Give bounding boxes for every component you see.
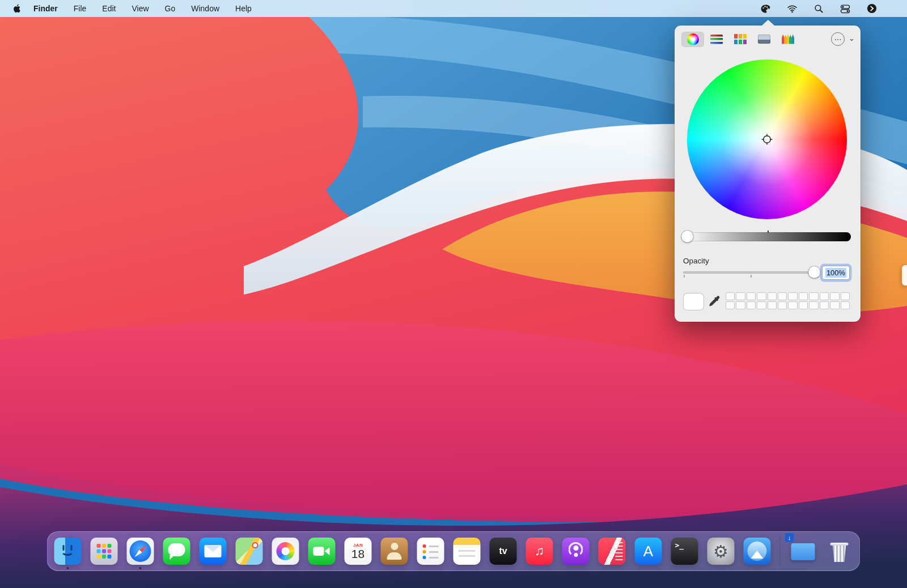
- dock-item-messages[interactable]: [163, 538, 190, 565]
- swatch-cell[interactable]: [757, 301, 766, 309]
- color-sliders-tab[interactable]: [705, 32, 728, 47]
- swatch-cell[interactable]: [830, 301, 839, 309]
- menu-item-view[interactable]: View: [132, 4, 149, 13]
- dock-item-news[interactable]: [599, 538, 626, 565]
- swatch-cell[interactable]: [747, 292, 756, 300]
- swatch-cell[interactable]: [757, 292, 766, 300]
- dock-item-system-preferences[interactable]: ⚙: [707, 538, 735, 565]
- swatch-cell[interactable]: [747, 301, 756, 309]
- dock-item-trash[interactable]: [826, 538, 853, 565]
- menu-bar-status-icons: [760, 3, 907, 14]
- brightness-tick: [768, 231, 769, 233]
- downloads-glyph: ↓: [785, 533, 794, 542]
- dock-item-safari[interactable]: [127, 538, 154, 565]
- color-wheel[interactable]: [687, 59, 847, 219]
- opacity-tick: [751, 275, 752, 278]
- swatch-cell[interactable]: [726, 292, 735, 300]
- desktop: Finder File Edit View Go Window Help: [0, 0, 907, 588]
- appstore-glyph: A: [635, 538, 662, 565]
- swatch-cell[interactable]: [841, 301, 850, 309]
- color-palettes-tab[interactable]: [729, 32, 752, 47]
- menu-item-window[interactable]: Window: [191, 4, 219, 13]
- swatch-cell[interactable]: [778, 292, 787, 300]
- opacity-slider-thumb[interactable]: [808, 266, 820, 278]
- dock-item-appletv[interactable]: tv: [490, 538, 517, 565]
- dock-item-downloads[interactable]: ↓: [790, 538, 817, 565]
- opacity-value-field[interactable]: 100%: [822, 266, 850, 280]
- apple-menu-icon[interactable]: [12, 3, 21, 14]
- chevron-down-icon[interactable]: ⌄: [849, 34, 855, 42]
- color-palettes-tab-icon: [734, 34, 747, 44]
- swatch-cell[interactable]: [736, 301, 745, 309]
- dock: JAN18tv♫A>_⚙↓: [47, 531, 861, 571]
- dock-item-facetime[interactable]: [308, 538, 336, 565]
- swatch-cell[interactable]: [820, 292, 829, 300]
- appletv-glyph: tv: [490, 538, 517, 565]
- wifi-icon[interactable]: [786, 3, 798, 14]
- brightness-slider-thumb[interactable]: [681, 231, 693, 242]
- dock-item-launchpad[interactable]: [91, 538, 118, 565]
- color-panel-icon[interactable]: [760, 3, 771, 14]
- dock-item-podcasts[interactable]: [562, 538, 590, 565]
- menu-item-go[interactable]: Go: [165, 4, 176, 13]
- swatch-cell[interactable]: [768, 301, 777, 309]
- app-menu-title[interactable]: Finder: [33, 4, 58, 13]
- color-wheel-tab[interactable]: [681, 32, 704, 47]
- circle-arrow-icon[interactable]: [866, 3, 878, 14]
- menu-item-help[interactable]: Help: [235, 4, 252, 13]
- swatch-cell[interactable]: [778, 301, 787, 309]
- color-panel-window: ⋯ ⌄ Opacity 100%: [675, 25, 861, 322]
- swatch-cell[interactable]: [788, 301, 797, 309]
- swatch-cell[interactable]: [830, 292, 839, 300]
- swatch-cell[interactable]: [820, 301, 829, 309]
- calendar-day: 18: [351, 548, 365, 560]
- color-panel-toolbar: ⋯ ⌄: [681, 31, 855, 47]
- dock-item-image-app[interactable]: [744, 538, 771, 565]
- menu-bar: Finder File Edit View Go Window Help: [0, 0, 907, 17]
- current-color-swatch[interactable]: [683, 293, 704, 310]
- swatch-cell[interactable]: [768, 292, 777, 300]
- menu-item-file[interactable]: File: [74, 4, 87, 13]
- swatch-cell[interactable]: [799, 301, 808, 309]
- more-options-button[interactable]: ⋯: [831, 32, 845, 46]
- image-palettes-tab[interactable]: [753, 32, 775, 47]
- swatch-cell[interactable]: [809, 292, 818, 300]
- swatch-cell[interactable]: [841, 292, 850, 300]
- swatch-cell[interactable]: [726, 301, 735, 309]
- swatch-cell[interactable]: [736, 292, 745, 300]
- dock-item-appstore[interactable]: A: [635, 538, 662, 565]
- swatch-cell[interactable]: [799, 292, 808, 300]
- opacity-value: 100%: [825, 268, 846, 278]
- dock-item-reminders[interactable]: [417, 538, 444, 565]
- dock-separator: [780, 537, 781, 565]
- dock-item-maps[interactable]: [236, 538, 263, 565]
- opacity-label: Opacity: [683, 257, 709, 265]
- dock-item-music[interactable]: ♫: [526, 538, 553, 565]
- dock-item-calendar[interactable]: JAN18: [345, 538, 372, 565]
- dock-item-contacts[interactable]: [381, 538, 408, 565]
- running-indicator: [139, 567, 142, 569]
- brightness-slider[interactable]: [683, 232, 851, 241]
- spotlight-search-icon[interactable]: [813, 3, 824, 14]
- dock-item-photos[interactable]: [272, 538, 299, 565]
- color-sliders-tab-icon: [710, 35, 723, 44]
- dock-item-terminal[interactable]: >_: [671, 538, 698, 565]
- swatch-cell[interactable]: [809, 301, 818, 309]
- eyedropper-icon[interactable]: [707, 295, 721, 308]
- dock-item-mail[interactable]: [200, 538, 227, 565]
- opacity-slider[interactable]: [683, 266, 819, 278]
- dock-item-notes[interactable]: [454, 538, 481, 565]
- toolbar-right: ⋯ ⌄: [831, 32, 855, 46]
- music-glyph: ♫: [526, 538, 553, 565]
- menu-item-edit[interactable]: Edit: [102, 4, 116, 13]
- color-wheel-tab-icon: [687, 33, 699, 45]
- opacity-slider-track: [683, 271, 819, 274]
- pencils-tab[interactable]: [777, 32, 799, 47]
- more-options-glyph: ⋯: [834, 36, 842, 43]
- menu-bar-left: Finder File Edit View Go Window Help: [0, 3, 252, 14]
- swatch-cell[interactable]: [788, 292, 797, 300]
- control-center-icon[interactable]: [840, 3, 851, 14]
- popover-arrow: [762, 20, 774, 25]
- dock-item-finder[interactable]: [54, 538, 82, 565]
- terminal-glyph: >_: [671, 538, 698, 565]
